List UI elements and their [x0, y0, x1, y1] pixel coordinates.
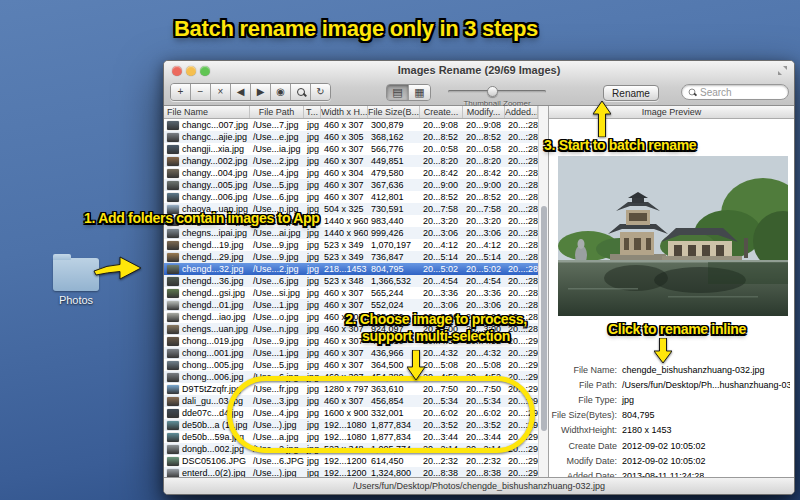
- table-row[interactable]: changc...007.jpg/Use...7.jpgjpg460 x 307…: [164, 119, 538, 131]
- file-thumbnail: [167, 385, 179, 394]
- table-row[interactable]: chengd...36.jpg/Use...6.jpgjpg523 x 3481…: [164, 275, 538, 287]
- file-size: 412,801: [368, 191, 420, 203]
- table-row[interactable]: chengd...29.jpg/Use...9.jpgjpg523 x 3497…: [164, 251, 538, 263]
- next-button[interactable]: ▶: [251, 84, 271, 100]
- modify-date: 20...2:32: [463, 455, 505, 467]
- column-header[interactable]: File Name: [164, 106, 250, 118]
- file-size: 368,162: [368, 131, 420, 143]
- column-header[interactable]: Added...: [505, 106, 538, 118]
- zoomer-knob[interactable]: [487, 86, 498, 97]
- column-header[interactable]: Modify...: [463, 106, 505, 118]
- preview-field-label: File Type:: [549, 395, 617, 405]
- file-name: changy...005.jpg: [182, 179, 247, 191]
- create-date: 20...9:00: [420, 179, 463, 191]
- rename-button[interactable]: Rename: [603, 85, 659, 101]
- file-dimensions: 218...1453: [321, 263, 368, 275]
- add-button[interactable]: +: [171, 84, 191, 100]
- added-date: 20...:29: [505, 455, 538, 467]
- file-thumbnail: [167, 373, 179, 382]
- table-row[interactable]: DSC05106.JPG/Use...6.JPGjpg192...1200614…: [164, 455, 538, 467]
- file-name: chong...001.jpg: [182, 347, 244, 359]
- preview-field-label: Create Date: [549, 441, 617, 451]
- file-dimensions: 460 x 307: [321, 347, 368, 359]
- file-thumbnail: [167, 193, 179, 202]
- preview-field-label: File Size(Bytes):: [549, 410, 617, 420]
- preview-field: File Type:jpg: [549, 392, 790, 407]
- modify-date: 20...9:00: [463, 179, 505, 191]
- table-row[interactable]: changc...ajie.jpg/Use...e.jpgjpg460 x 30…: [164, 131, 538, 143]
- table-row[interactable]: changy...002.jpg/Use...2.jpgjpg460 x 307…: [164, 155, 538, 167]
- file-path: /Use...7.jpg: [250, 119, 304, 131]
- file-name: changji...xia.jpg: [182, 143, 244, 155]
- fullscreen-icon[interactable]: [777, 65, 788, 76]
- file-name: chengs...uan.jpg: [182, 323, 248, 335]
- refresh-button[interactable]: ↻: [311, 84, 330, 100]
- file-name: chengd...gsi.jpg: [182, 287, 245, 299]
- preview-field-label: WidthxHeight:: [549, 425, 617, 435]
- file-size: 1,324,800: [368, 467, 420, 477]
- modify-date: 20...5:02: [463, 263, 505, 275]
- file-size: 614,450: [368, 455, 420, 467]
- grid-view-button[interactable]: ▦: [408, 85, 430, 100]
- preview-eye-button[interactable]: ◉: [271, 84, 291, 100]
- column-header[interactable]: T...: [304, 106, 321, 118]
- table-row[interactable]: changy...005.jpg/Use...5.jpgjpg460 x 307…: [164, 179, 538, 191]
- file-path: /Use...).jpg: [250, 467, 304, 477]
- create-date: 20...5:02: [420, 263, 463, 275]
- table-row[interactable]: changy...004.jpg/Use...4.jpgjpg460 x 304…: [164, 167, 538, 179]
- table-row[interactable]: chong...005.jpg/Use...5.jpgjpg460 x 3073…: [164, 359, 538, 371]
- search-magnifier-button[interactable]: [291, 84, 311, 100]
- column-header[interactable]: File Path: [250, 106, 304, 118]
- table-row[interactable]: enterd...0(2).jpg/Use...).jpgjpg192...12…: [164, 467, 538, 477]
- table-row[interactable]: chegns...ipai.jpg/Use...ai.jpgjpg1440 x …: [164, 227, 538, 239]
- table-row[interactable]: chengd...32.jpg/Use...2.jpgjpg218...1453…: [164, 263, 538, 275]
- create-date: 20...3:06: [420, 227, 463, 239]
- file-name: dongb...002.jpg: [182, 443, 244, 455]
- annotation-inline-hint: Click to rename inline: [608, 321, 746, 337]
- delete-button[interactable]: ×: [211, 84, 231, 100]
- column-header[interactable]: File Size(B...: [368, 106, 420, 118]
- create-date: 20...8:52: [420, 131, 463, 143]
- added-date: 20...:28: [505, 299, 538, 311]
- grid-view-icon: ▦: [414, 86, 424, 99]
- file-thumbnail: [167, 181, 179, 190]
- table-row[interactable]: chengd...19.jpg/Use...9.jpgjpg523 x 3491…: [164, 239, 538, 251]
- preview-field: File Size(Bytes):804,795: [549, 408, 790, 423]
- file-thumbnail: [167, 265, 179, 274]
- column-header[interactable]: Create...: [420, 106, 463, 118]
- file-name: chengd...19.jpg: [182, 239, 244, 251]
- modify-date: 20...8:52: [463, 131, 505, 143]
- file-type: jpg: [304, 311, 321, 323]
- column-header[interactable]: Width x H...: [321, 106, 368, 118]
- table-row[interactable]: changji...xia.jpg/Use...ia.jpgjpg460 x 3…: [164, 143, 538, 155]
- file-size: 999,426: [368, 227, 420, 239]
- annotation-title: Batch rename image only in 3 steps: [140, 16, 572, 42]
- zoomer-slider[interactable]: [448, 90, 546, 93]
- next-icon: ▶: [257, 87, 265, 97]
- file-name: chengd...iao.jpg: [182, 311, 246, 323]
- modify-date: 20...5:08: [463, 359, 505, 371]
- table-row[interactable]: chengd...01.jpg/Use...1.jpgjpg460 x 3075…: [164, 299, 538, 311]
- preview-field-value[interactable]: chengde_bishushanzhuang-032.jpg: [617, 365, 765, 375]
- previous-button[interactable]: ◀: [231, 84, 251, 100]
- added-date: 20...:28: [505, 275, 538, 287]
- table-row[interactable]: chengd...gsi.jpg/Use...si.jpgjpg460 x 30…: [164, 287, 538, 299]
- create-date: 20...3:20: [420, 215, 463, 227]
- table-row[interactable]: changy...006.jpg/Use...6.jpgjpg460 x 307…: [164, 191, 538, 203]
- file-thumbnail: [167, 241, 179, 250]
- list-view-button[interactable]: ▤: [387, 85, 408, 100]
- toolbar: +−×◀▶◉↻ ▤▦ Thumbnail Zoomer Rename Searc…: [164, 80, 794, 106]
- table-row[interactable]: chong...001.jpg/Use...1.jpgjpg460 x 3074…: [164, 347, 538, 359]
- highlight-oval: [227, 376, 535, 453]
- file-size: 736,847: [368, 251, 420, 263]
- file-size: 1,070,197: [368, 239, 420, 251]
- file-name: enterd...0(2).jpg: [182, 467, 246, 477]
- search-input[interactable]: Search: [681, 84, 789, 100]
- preview-field: WidthxHeight:2180 x 1453: [549, 423, 790, 438]
- vertical-scrollbar[interactable]: [538, 106, 548, 477]
- preview-field-label: File Name:: [549, 365, 617, 375]
- file-path: /Use...o.jpg: [250, 311, 304, 323]
- file-thumbnail: [167, 157, 179, 166]
- remove-button[interactable]: −: [191, 84, 211, 100]
- file-name: chengd...29.jpg: [182, 251, 244, 263]
